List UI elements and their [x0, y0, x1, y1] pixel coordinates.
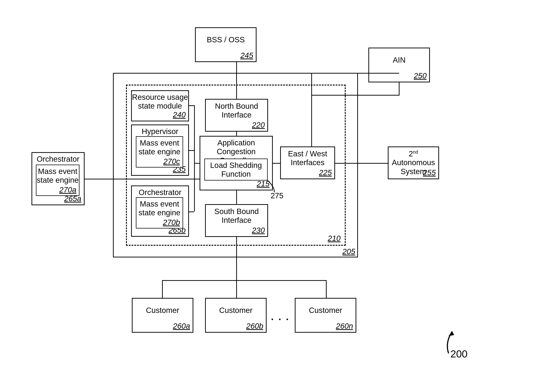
- line-cust-n-drop: [326, 280, 327, 298]
- ellipsis: . . .: [271, 311, 290, 322]
- diagram-stage: 205 210 BSS / OSS 245 AIN 250 Orchestrat…: [0, 0, 535, 392]
- box-customer-n: Customer 260n: [295, 298, 356, 333]
- box-as2-255: 2nd Autonomous System 255: [388, 146, 439, 179]
- ref-205: 205: [340, 247, 355, 256]
- ref-210: 210: [326, 234, 340, 243]
- line-acc-sbi: [236, 190, 237, 204]
- ref-bss: 245: [239, 51, 253, 60]
- box-orch-ext-265a: Orchestrator 265a Mass event state engin…: [32, 152, 85, 205]
- svg-marker-0: [449, 331, 454, 336]
- label-bss: BSS / OSS: [196, 35, 256, 44]
- line-customer-bus: [162, 280, 326, 281]
- label-mese-270b: Mass event state engine: [136, 200, 182, 217]
- box-ain-250: AIN 250: [368, 48, 430, 82]
- label-ewi: East / West Interfaces: [281, 149, 334, 167]
- box-ewi-225: East / West Interfaces 225: [280, 146, 335, 179]
- box-hypervisor-235: Hypervisor 235 Mass event state engine 2…: [131, 125, 189, 176]
- line-ain-down: [311, 73, 312, 146]
- label-mese-270a: Mass event state engine: [37, 167, 79, 185]
- ref-sbi: 230: [250, 226, 265, 235]
- box-nbi-220: North Bound Interface 220: [205, 99, 268, 132]
- line-leftcol-bus: [194, 105, 195, 211]
- ref-mese-270b: 270b: [162, 218, 180, 227]
- line-acc-ewi: [273, 163, 280, 164]
- ref-mese-270a: 270a: [58, 186, 76, 194]
- line-orchext-acc: [85, 179, 200, 179]
- line-orchint-stub: [189, 211, 194, 212]
- box-rusage-240: Resource usage state module 240: [131, 90, 189, 121]
- label-ain: AIN: [369, 56, 429, 65]
- ref-cust-n: 260n: [335, 322, 353, 331]
- box-acc-215: Application Congestion Controller 215 Lo…: [200, 136, 273, 190]
- line-ain-right: [311, 73, 399, 74]
- line-sbi-down: [236, 237, 237, 280]
- box-mese-270b: Mass event state engine 270b: [136, 197, 183, 229]
- line-ewi-as2: [335, 163, 388, 164]
- label-orch-ext: Orchestrator: [32, 155, 84, 163]
- ref-ain: 250: [412, 71, 427, 80]
- line-cust-a-drop: [162, 280, 163, 298]
- line-hyp-stub: [189, 150, 194, 151]
- label-rusage: Resource usage state module: [132, 93, 188, 111]
- line-leftcol-to-acc: [194, 163, 200, 164]
- line-bss-nbi: [236, 62, 237, 99]
- box-customer-b: Customer 260b: [205, 298, 267, 333]
- ref-as2: 255: [421, 168, 436, 177]
- ref-rusage: 240: [171, 110, 186, 119]
- box-mese-270c: Mass event state engine 270c: [136, 136, 183, 168]
- box-bss-245: BSS / OSS 245: [195, 27, 256, 62]
- ref-mese-270c: 270c: [162, 157, 180, 166]
- ref-cust-b: 260b: [245, 322, 263, 331]
- ref-ewi: 225: [317, 168, 332, 177]
- box-customer-a: Customer 260a: [132, 298, 193, 333]
- line-nbi-acc: [236, 132, 237, 136]
- box-lsf-275: Load Shedding Function: [204, 159, 268, 181]
- box-sbi-230: South Bound Interface 230: [205, 204, 268, 237]
- ref-lsf-275: 275: [271, 191, 284, 200]
- ref-acc: 215: [255, 179, 270, 188]
- figure-ref-200: 200: [450, 348, 467, 360]
- label-cust-n: Customer: [296, 306, 356, 315]
- box-orch-int-265b: Orchestrator 265b Mass event state engin…: [131, 186, 189, 237]
- label-hypervisor: Hypervisor: [132, 127, 188, 136]
- label-orch-int: Orchestrator: [132, 188, 188, 197]
- label-cust-b: Customer: [206, 306, 266, 315]
- line-rusage-stub: [189, 105, 194, 106]
- ref-nbi: 220: [250, 121, 265, 130]
- ref-cust-a: 260a: [172, 322, 190, 331]
- line-cust-b-drop: [236, 280, 237, 298]
- label-nbi: North Bound Interface: [206, 102, 267, 120]
- label-cust-a: Customer: [133, 306, 193, 315]
- label-sbi: South Bound Interface: [206, 207, 267, 225]
- label-mese-270c: Mass event state engine: [136, 139, 182, 156]
- label-lsf: Load Shedding Function: [205, 161, 267, 179]
- box-mese-270a: Mass event state engine 270a: [36, 165, 79, 196]
